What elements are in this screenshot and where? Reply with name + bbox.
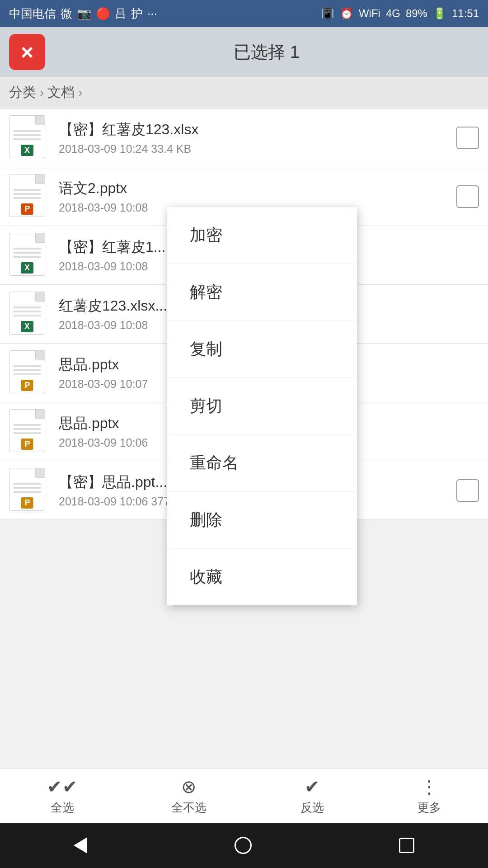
lv-icon: 吕: [115, 6, 127, 22]
file-icon-ppt: P: [9, 174, 50, 219]
file-checkbox[interactable]: [456, 185, 479, 208]
nav-select-all[interactable]: ✔✔ 全选: [47, 776, 78, 816]
file-icon-excel: X: [9, 233, 50, 278]
page-title: 已选择 1: [54, 41, 479, 64]
nav-deselect-all[interactable]: ⊗ 全不选: [171, 776, 206, 816]
status-left: 中国电信 微 📷 🔴 吕 护 ···: [9, 6, 157, 22]
menu-item-favorite[interactable]: 收藏: [167, 549, 357, 605]
context-menu: 加密 解密 复制 剪切 重命名 删除 收藏: [167, 207, 357, 605]
camera-icon: 📷: [77, 7, 91, 21]
file-checkbox[interactable]: [456, 479, 479, 502]
qq-icon: 🔴: [96, 7, 110, 21]
file-icon-ppt: P: [9, 350, 50, 396]
status-bar: 中国电信 微 📷 🔴 吕 护 ··· 📳 ⏰ WiFi 4G 89% 🔋 11:…: [0, 0, 488, 27]
file-icon-excel: X: [9, 292, 50, 337]
back-button[interactable]: [74, 837, 87, 854]
breadcrumb: 分类 › 文档 ›: [0, 77, 488, 108]
select-all-icon: ✔✔: [47, 776, 78, 797]
close-button[interactable]: ×: [9, 34, 45, 70]
bottom-nav: ✔✔ 全选 ⊗ 全不选 ✔ 反选 ⋮ 更多: [0, 769, 488, 823]
more-options-icon: ⋮: [420, 776, 438, 797]
wechat-icon: 微: [61, 6, 72, 22]
file-icon-ppt: P: [9, 468, 50, 513]
file-name: 语文2.pptx: [59, 179, 456, 198]
recents-icon: [399, 838, 414, 853]
time-label: 11:51: [452, 7, 479, 20]
file-icon-ppt: P: [9, 409, 50, 454]
back-icon: [74, 837, 87, 854]
file-name: 【密】红薯皮123.xlsx: [59, 120, 456, 140]
more-icon: ···: [147, 7, 157, 21]
deselect-all-icon: ⊗: [181, 776, 197, 797]
status-right: 📳 ⏰ WiFi 4G 89% 🔋 11:51: [321, 7, 479, 20]
vibrate-icon: 📳: [321, 7, 334, 20]
menu-item-rename[interactable]: 重命名: [167, 435, 357, 492]
breadcrumb-item-docs[interactable]: 文档: [47, 83, 75, 102]
invert-label: 反选: [300, 800, 324, 816]
battery-icon: 🔋: [433, 7, 446, 20]
breadcrumb-separator: ›: [40, 85, 44, 100]
file-checkbox[interactable]: [456, 127, 479, 149]
more-label: 更多: [418, 800, 441, 816]
deselect-all-label: 全不选: [171, 800, 206, 816]
home-icon: [235, 837, 252, 854]
nav-more[interactable]: ⋮ 更多: [418, 776, 441, 816]
menu-item-copy[interactable]: 复制: [167, 321, 357, 378]
menu-item-delete[interactable]: 删除: [167, 492, 357, 549]
system-nav-bar: [0, 823, 488, 868]
home-button[interactable]: [235, 837, 252, 854]
shield-icon: 护: [131, 6, 143, 22]
file-icon-excel: X: [9, 115, 50, 160]
breadcrumb-separator2: ›: [78, 85, 82, 100]
breadcrumb-item-category[interactable]: 分类: [9, 83, 36, 102]
file-meta: 2018-03-09 10:24 33.4 KB: [59, 142, 456, 156]
title-bar: × 已选择 1: [0, 27, 488, 77]
file-info: 【密】红薯皮123.xlsx 2018-03-09 10:24 33.4 KB: [59, 120, 456, 156]
invert-icon: ✔: [305, 776, 320, 797]
wifi-icon: WiFi: [359, 7, 380, 20]
recents-button[interactable]: [399, 838, 414, 853]
battery-label: 89%: [406, 7, 427, 20]
menu-item-decrypt[interactable]: 解密: [167, 264, 357, 321]
alarm-icon: ⏰: [340, 7, 353, 20]
nav-invert[interactable]: ✔ 反选: [300, 776, 324, 816]
select-all-label: 全选: [51, 800, 74, 816]
signal-icon: 4G: [386, 7, 400, 20]
menu-item-cut[interactable]: 剪切: [167, 378, 357, 435]
carrier-label: 中国电信: [9, 6, 56, 22]
list-item[interactable]: X 【密】红薯皮123.xlsx 2018-03-09 10:24 33.4 K…: [0, 108, 488, 167]
menu-item-encrypt[interactable]: 加密: [167, 207, 357, 264]
